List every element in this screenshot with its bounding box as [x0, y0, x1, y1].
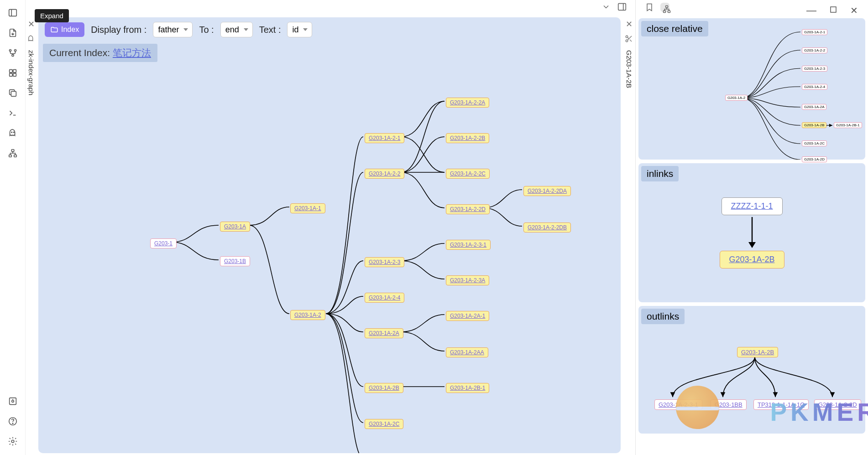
mini-node[interactable]: G203-1A-2B-1 [834, 122, 862, 128]
node[interactable]: G203-1A [220, 222, 250, 232]
svg-rect-5 [9, 70, 12, 72]
ghost-icon[interactable] [7, 128, 18, 139]
outlink-root[interactable]: G203-1A-2B [737, 347, 778, 357]
hierarchy-icon[interactable] [7, 148, 18, 159]
mini-node[interactable]: G203-1A-2B [802, 122, 826, 128]
mini-graph-edges [638, 18, 867, 160]
mini-node[interactable]: G203-1A-2-3 [802, 66, 827, 72]
svg-line-27 [630, 40, 632, 41]
svg-rect-14 [9, 155, 11, 157]
file-arrow-icon[interactable] [7, 27, 18, 38]
svg-rect-30 [664, 10, 666, 12]
mini-node[interactable]: G203-1A-2-4 [802, 84, 827, 90]
mini-node[interactable]: G203-1A-2C [802, 140, 827, 146]
close-relative-section: close relative G203-1A-2 G203-1A-2-1 G20… [638, 18, 865, 160]
node[interactable]: G203-1 [150, 238, 177, 248]
inlinks-section: inlinks ZZZZ-1-1-1 G203-1A-2B [638, 163, 865, 302]
node[interactable]: G203-1A-2-2A [446, 98, 489, 108]
mini-node[interactable]: G203-1A-2A [802, 104, 826, 110]
node[interactable]: G203-1A-2-3-1 [446, 240, 491, 250]
svg-line-28 [627, 37, 629, 39]
outlinks-section: outlinks G203-1A-2B G203-1A-2-3-1 G203-1… [638, 306, 865, 434]
node[interactable]: G203-1A-2-2C [446, 169, 490, 179]
svg-point-12 [13, 132, 14, 132]
graph-view-icon[interactable] [660, 3, 669, 12]
svg-rect-9 [11, 91, 16, 96]
panel-left-icon[interactable] [7, 7, 18, 18]
right-tab-label[interactable]: G203-1A-2B [625, 50, 633, 88]
mini-node[interactable]: G203-1A-2 [725, 95, 748, 101]
branch-icon[interactable] [7, 47, 18, 58]
copy-icon[interactable] [7, 88, 18, 98]
node[interactable]: G203-1A-2C [365, 419, 403, 429]
svg-point-25 [626, 40, 628, 42]
svg-point-11 [11, 132, 11, 132]
inlink-target[interactable]: G203-1A-2B [719, 251, 784, 269]
svg-rect-33 [831, 7, 836, 12]
node[interactable]: G203-1A-2A [365, 328, 403, 338]
tab-row [26, 0, 635, 16]
node[interactable]: G203-1A-2 [290, 310, 325, 320]
svg-point-24 [626, 36, 628, 38]
close-tab-icon[interactable]: ✕ [626, 19, 633, 29]
node[interactable]: G203-1B [220, 256, 250, 266]
settings-icon[interactable] [7, 436, 18, 447]
node[interactable]: G203-1A-2-2D [446, 204, 490, 214]
arrow-icon [748, 217, 757, 250]
maximize-icon[interactable] [830, 6, 837, 15]
close-tab-icon[interactable]: ✕ [28, 19, 35, 29]
close-icon[interactable]: ✕ [850, 5, 858, 16]
svg-point-17 [11, 400, 14, 403]
vault-icon[interactable] [7, 396, 18, 407]
svg-rect-7 [9, 73, 12, 76]
minimize-icon[interactable]: — [806, 5, 816, 16]
svg-point-4 [11, 54, 13, 56]
node[interactable]: G203-1A-2B [365, 383, 403, 393]
bookmark-icon[interactable] [645, 3, 654, 12]
node[interactable]: G203-1A-2-1 [365, 133, 404, 143]
svg-point-20 [12, 423, 13, 424]
svg-rect-8 [13, 73, 16, 76]
node[interactable]: G203-1A-2-2B [446, 133, 489, 143]
left-tab-label[interactable]: zk-index-graph [27, 50, 35, 95]
node[interactable]: G203-1A-2B-1 [446, 383, 489, 393]
expand-tooltip: Expand [35, 9, 69, 22]
panel-right-icon[interactable] [617, 2, 627, 14]
graph-nodes: G203-1 G203-1A G203-1B G203-1A-1 G203-1A… [38, 17, 621, 453]
window-controls: — ✕ [796, 0, 868, 21]
svg-rect-16 [9, 398, 16, 405]
section-title: inlinks [641, 166, 679, 181]
graph-canvas[interactable]: Index Display from : father To : end Tex… [38, 17, 621, 453]
node[interactable]: G203-1A-2-2DA [523, 186, 571, 196]
svg-rect-6 [13, 70, 16, 72]
left-rail [0, 0, 26, 455]
help-icon[interactable] [7, 416, 18, 427]
watermark-logo [676, 386, 719, 429]
right-panel: close relative G203-1A-2 G203-1A-2-1 G20… [635, 0, 868, 455]
svg-rect-29 [666, 6, 668, 8]
svg-rect-22 [618, 4, 626, 10]
node[interactable]: G203-1A-2AA [446, 347, 488, 357]
mini-node[interactable]: G203-1A-2D [802, 156, 827, 162]
ghost-tab-icon[interactable] [27, 35, 35, 45]
svg-rect-13 [11, 150, 14, 152]
inlink-source[interactable]: ZZZZ-1-1-1 [722, 197, 783, 215]
scissors-icon[interactable] [625, 35, 633, 45]
mini-node[interactable]: G203-1A-2-2 [802, 47, 827, 53]
grid-icon[interactable] [7, 67, 18, 78]
node[interactable]: G203-1A-2-4 [365, 293, 404, 303]
svg-rect-15 [14, 155, 16, 157]
node[interactable]: G203-1A-2-2DB [523, 222, 571, 233]
node[interactable]: G203-1A-2-3 [365, 257, 404, 267]
right-tab-column: ✕ G203-1A-2B [622, 16, 635, 455]
node[interactable]: G203-1A-2A-1 [446, 311, 489, 321]
node[interactable]: G203-1A-2-3A [446, 275, 489, 285]
svg-point-3 [14, 49, 16, 51]
svg-rect-31 [668, 10, 670, 12]
node[interactable]: G203-1A-1 [290, 203, 325, 213]
svg-point-2 [9, 49, 11, 51]
chevron-down-icon[interactable] [601, 2, 611, 13]
mini-node[interactable]: G203-1A-2-1 [802, 29, 827, 35]
node[interactable]: G203-1A-2-2 [365, 169, 404, 179]
terminal-icon[interactable] [7, 108, 18, 119]
